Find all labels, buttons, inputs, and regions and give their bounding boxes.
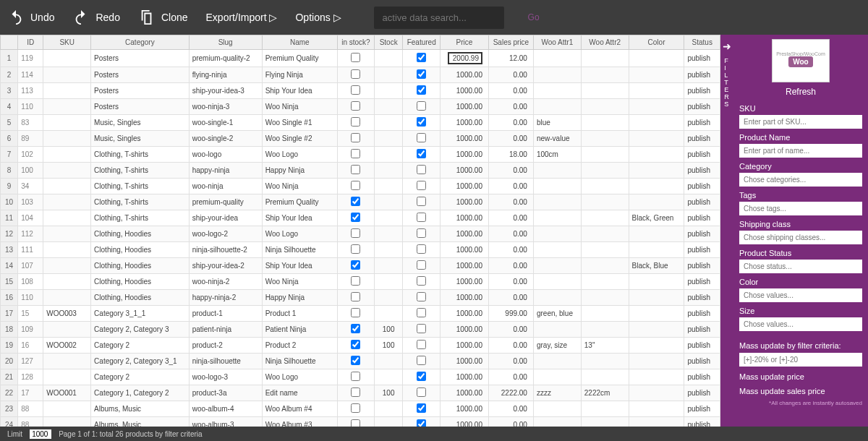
cell[interactable]: 1000.00	[441, 385, 489, 401]
cell[interactable]: 1000.00	[441, 67, 489, 83]
checkbox[interactable]	[351, 403, 360, 413]
cell[interactable]	[403, 274, 441, 290]
checkbox[interactable]	[417, 308, 426, 317]
cell[interactable]: 16	[18, 338, 43, 354]
cell[interactable]: 10	[1, 194, 18, 210]
cell[interactable]	[43, 290, 91, 306]
checkbox[interactable]	[417, 85, 426, 95]
cell[interactable]	[629, 147, 684, 163]
cell[interactable]	[337, 131, 374, 147]
column-header[interactable]: Category	[91, 35, 190, 50]
cell[interactable]: Ninja Silhouette	[262, 242, 337, 258]
table-row[interactable]: 1715WOO003Category 3_1_1product-1Product…	[1, 306, 720, 322]
cell[interactable]	[629, 131, 684, 147]
table-row[interactable]: 934Clothing, T-shirtswoo-ninjaWoo Ninja1…	[1, 179, 720, 194]
cell[interactable]: publish	[684, 67, 720, 83]
cell[interactable]: Premium Quality	[262, 194, 337, 210]
cell[interactable]: 1000.00	[441, 401, 489, 417]
cell[interactable]	[533, 274, 581, 290]
cell[interactable]: publish	[684, 179, 720, 194]
checkbox[interactable]	[351, 292, 360, 301]
cell[interactable]: 2000.99	[441, 50, 489, 67]
cell[interactable]	[629, 115, 684, 131]
cell[interactable]: 21	[1, 369, 18, 385]
cell[interactable]: 100	[374, 385, 403, 401]
cell[interactable]: 0.00	[488, 242, 533, 258]
checkbox[interactable]	[417, 149, 426, 158]
cell[interactable]	[629, 401, 684, 417]
cell[interactable]: 19	[1, 338, 18, 354]
checkbox[interactable]	[417, 340, 426, 349]
cell[interactable]	[581, 194, 629, 210]
cell[interactable]: Category 2, Category 3	[91, 322, 190, 338]
cell[interactable]	[403, 385, 441, 401]
cell[interactable]: 88	[18, 401, 43, 417]
cell[interactable]: 18.00	[488, 147, 533, 163]
cell[interactable]	[581, 306, 629, 322]
cell[interactable]: 0.00	[488, 401, 533, 417]
cell[interactable]	[374, 369, 403, 385]
cell[interactable]	[403, 226, 441, 242]
cell[interactable]	[337, 147, 374, 163]
cell[interactable]: publish	[684, 99, 720, 115]
cell[interactable]: Woo Logo	[262, 369, 337, 385]
cell[interactable]: Black, Blue	[629, 258, 684, 274]
cell[interactable]: Ship Your Idea	[262, 210, 337, 226]
cell[interactable]	[403, 417, 441, 427]
cell[interactable]	[581, 83, 629, 99]
cell[interactable]: 0.00	[488, 258, 533, 274]
cell[interactable]	[629, 99, 684, 115]
cell[interactable]: 110	[18, 99, 43, 115]
cell[interactable]	[337, 67, 374, 83]
checkbox[interactable]	[351, 340, 360, 349]
cell[interactable]: 0.00	[488, 67, 533, 83]
cell[interactable]: 103	[18, 194, 43, 210]
cell[interactable]: Woo Ninja	[262, 179, 337, 194]
cell[interactable]	[43, 99, 91, 115]
tags-filter-input[interactable]	[739, 202, 862, 215]
cell[interactable]: Albums, Music	[91, 401, 190, 417]
cell[interactable]	[43, 163, 91, 179]
cell[interactable]	[374, 147, 403, 163]
product-status-filter-input[interactable]	[739, 260, 862, 273]
cell[interactable]: 15	[1, 274, 18, 290]
table-row[interactable]: 583Music, Singleswoo-single-1Woo Single …	[1, 115, 720, 131]
cell[interactable]: Ninja Silhouette	[262, 354, 337, 369]
cell[interactable]: 104	[18, 210, 43, 226]
table-row[interactable]: 1916WOO002Category 2product-2Product 210…	[1, 338, 720, 354]
checkbox[interactable]	[417, 419, 426, 427]
checkbox[interactable]	[417, 276, 426, 286]
cell[interactable]: 100	[374, 322, 403, 338]
column-header[interactable]: ID	[18, 35, 43, 50]
column-header[interactable]: Sales price	[488, 35, 533, 50]
cell[interactable]: 22	[1, 385, 18, 401]
cell[interactable]: 1000.00	[441, 369, 489, 385]
cell[interactable]: publish	[684, 226, 720, 242]
cell[interactable]: product-2	[189, 338, 262, 354]
column-header[interactable]: in stock?	[337, 35, 374, 50]
cell[interactable]	[533, 401, 581, 417]
checkbox[interactable]	[417, 372, 426, 381]
cell[interactable]	[374, 131, 403, 147]
cell[interactable]	[629, 290, 684, 306]
sku-filter-input[interactable]	[739, 115, 862, 129]
checkbox[interactable]	[351, 276, 360, 286]
cell[interactable]: Clothing, Hoodies	[91, 258, 190, 274]
cell[interactable]	[337, 417, 374, 427]
cell[interactable]: Category 3_1_1	[91, 306, 190, 322]
cell[interactable]: Black, Green	[629, 210, 684, 226]
cell[interactable]	[533, 226, 581, 242]
checkbox[interactable]	[417, 244, 426, 254]
cell[interactable]	[533, 417, 581, 427]
cell[interactable]	[403, 258, 441, 274]
checkbox[interactable]	[417, 117, 426, 127]
cell[interactable]	[533, 50, 581, 67]
cell[interactable]	[43, 369, 91, 385]
cell[interactable]	[337, 385, 374, 401]
cell[interactable]	[403, 338, 441, 354]
cell[interactable]	[337, 242, 374, 258]
cell[interactable]: 9	[1, 179, 18, 194]
checkbox[interactable]	[351, 372, 360, 381]
cell[interactable]	[337, 179, 374, 194]
cell[interactable]	[533, 354, 581, 369]
